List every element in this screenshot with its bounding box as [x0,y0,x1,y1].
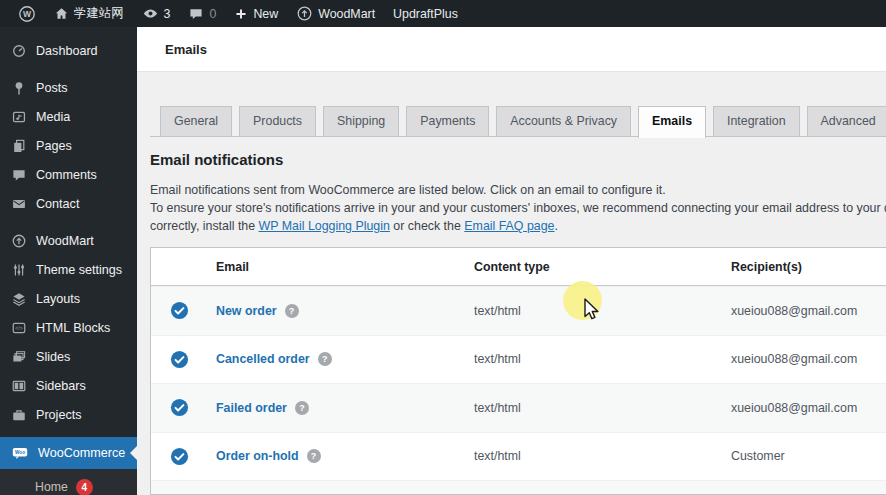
email-name-link[interactable]: New order [216,304,277,318]
sidebar-item-woodmart[interactable]: WoodMart [0,226,137,255]
sidebar-item-pages[interactable]: Pages [0,131,137,160]
description-line-2: To ensure your store's notifications arr… [150,201,886,215]
tab-products[interactable]: Products [239,106,316,137]
tab-general[interactable]: General [160,106,232,137]
sidebar-item-sidebars[interactable]: Sidebars [0,371,137,400]
sidebar-item-label: Posts [36,81,68,95]
sidebar-item-label: Layouts [36,292,80,306]
email-name-link[interactable]: Order on-hold [216,449,299,463]
content-type-cell: text/html [474,352,731,366]
description-line-1: Email notifications sent from WooCommerc… [150,183,666,197]
sidebar-item-label: Comments [36,168,97,182]
help-icon[interactable]: ? [318,352,332,366]
updates-icon [142,5,159,22]
enabled-check-icon [170,398,189,417]
comments-menu[interactable]: 0 [179,0,225,27]
home-icon [54,6,69,21]
recipient-cell: xueiou088@gmail.com [731,304,886,318]
svg-text:</>: </> [15,325,22,331]
content-type-column-header: Content type [474,260,731,274]
updraftplus-toolbar-menu[interactable]: UpdraftPlus [384,0,467,27]
help-icon[interactable]: ? [295,401,309,415]
enabled-check-icon [170,447,189,466]
sliders-icon [11,262,27,278]
tab-shipping[interactable]: Shipping [323,106,399,137]
email-name-link[interactable]: Cancelled order [216,352,310,366]
new-content-menu[interactable]: New [225,0,287,27]
tab-payments[interactable]: Payments [406,106,489,137]
layers-icon [11,291,27,307]
description-line-3-prefix: correctly, install the [150,219,259,233]
email-faq-page-link[interactable]: Email FAQ page [464,219,554,233]
sidebar-item-label: Pages [36,139,72,153]
woocommerce-email-settings-page: { "admin_bar": { "site_name": "学建站网", "u… [0,0,886,495]
table-row[interactable]: New order ? text/html xueiou088@gmail.co… [151,286,886,335]
table-row[interactable]: Order on-hold ? text/html Customer [151,432,886,481]
email-notifications-table: Email Content type Recipient(s) New orde… [150,247,886,495]
wordpress-logo-icon: W [18,5,36,23]
sidebar-item-label: Projects [36,408,82,422]
sidebar-item-projects[interactable]: Projects [0,400,137,429]
admin-bar: W 学建站网 3 0 New WoodMart UpdraftPlus [0,0,886,27]
tab-accounts-privacy[interactable]: Accounts & Privacy [496,106,631,137]
woodmart-toolbar-menu[interactable]: WoodMart [287,0,384,27]
table-row[interactable]: Cancelled order ? text/html xueiou088@gm… [151,335,886,384]
tab-emails[interactable]: Emails [638,106,706,138]
sidebar-item-label: Theme settings [36,263,122,277]
code-block-icon: </> [11,320,27,336]
sidebar-item-html-blocks[interactable]: </> HTML Blocks [0,313,137,342]
updraftplus-toolbar-label: UpdraftPlus [393,7,458,21]
sidebar-item-layouts[interactable]: Layouts [0,284,137,313]
sidebar-separator [0,218,137,226]
wp-mail-logging-plugin-link[interactable]: WP Mail Logging Plugin [259,219,390,233]
wordpress-logo-menu[interactable]: W [9,0,45,27]
svg-text:W: W [23,9,32,19]
updates-menu[interactable]: 3 [133,0,180,27]
description-line-3: correctly, install the WP Mail Logging P… [150,219,558,233]
sidebar-item-posts[interactable]: Posts [0,73,137,102]
woocommerce-submenu: Home 4 [0,469,137,495]
recipient-cell: Customer [731,449,886,463]
tab-advanced[interactable]: Advanced [807,106,886,137]
sidebar-item-contact[interactable]: Contact [0,189,137,218]
settings-tabs: General Products Shipping Payments Accou… [160,106,886,138]
table-header-row: Email Content type Recipient(s) [151,248,886,286]
woocommerce-logo-icon: Woo [11,445,29,461]
columns-icon [11,378,27,394]
sidebar-item-label: HTML Blocks [36,321,110,335]
slides-stack-icon [11,349,27,365]
description-line-3-middle: or check the [390,219,464,233]
help-icon[interactable]: ? [285,304,299,318]
section-heading: Email notifications [150,151,283,168]
table-row[interactable]: Failed order ? text/html xueiou088@gmail… [151,383,886,432]
svg-text:Woo: Woo [15,450,25,455]
sidebar-item-label: Contact [36,197,79,211]
table-row-partial[interactable] [151,480,886,495]
site-name-menu[interactable]: 学建站网 [45,0,133,27]
sidebar-item-slides[interactable]: Slides [0,342,137,371]
woodmart-logo-icon [296,5,313,22]
tab-integration[interactable]: Integration [713,106,800,137]
sidebar-item-woocommerce[interactable]: Woo WooCommerce [0,437,137,469]
sidebar-item-label: WoodMart [36,234,94,248]
dashboard-icon [11,43,27,59]
sidebar-item-theme-settings[interactable]: Theme settings [0,255,137,284]
sidebar-separator [0,65,137,73]
notification-count-badge: 4 [76,479,93,495]
mouse-cursor-icon [578,296,604,324]
page-title: Emails [165,42,207,57]
briefcase-icon [11,407,27,423]
submenu-item-home[interactable]: Home 4 [35,476,137,495]
sidebar-item-label: Media [36,110,70,124]
sidebar-item-comments[interactable]: Comments [0,160,137,189]
new-label: New [253,7,278,21]
sidebar-item-media[interactable]: Media [0,102,137,131]
comments-count: 0 [209,7,216,21]
comment-bubble-icon [188,6,204,22]
description-line-3-suffix: . [555,219,558,233]
email-name-link[interactable]: Failed order [216,401,287,415]
content-type-cell: text/html [474,401,731,415]
admin-sidebar: Dashboard Posts Media Pages Comments Con… [0,27,137,495]
help-icon[interactable]: ? [307,449,321,463]
sidebar-item-dashboard[interactable]: Dashboard [0,36,137,65]
